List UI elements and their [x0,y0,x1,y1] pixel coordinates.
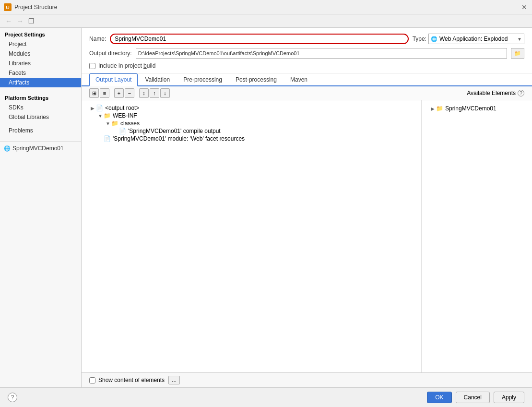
nav-bar: ← → ❐ [0,14,532,28]
web-inf-folder-icon: 📁 [104,112,111,119]
title-bar: IJ Project Structure ✕ [0,0,532,14]
include-build-row: Include in project build [89,62,524,69]
toolbar-btn-remove[interactable]: − [125,88,134,98]
artifact-main: ⊞ ≡ + − ↕ ↑ ↓ Available Elements ? [82,86,532,387]
compile-output-icon: 📄 [119,128,126,134]
sidebar-item-artifacts[interactable]: Artifacts [0,78,81,87]
output-root-label: <output root> [105,105,139,111]
tree-item-classes[interactable]: ▼ 📁 classes [82,120,421,127]
web-inf-arrow-icon: ▼ [97,113,104,119]
grid-icon: ⊞ [92,90,96,96]
artifact-settings: Name: Type: 🌐 Web Application: Exploded … [82,28,532,73]
type-select-icon: 🌐 [431,36,437,42]
output-layout-tree: ▶ 📄 <output root> ▼ 📁 WEB-INF [82,100,422,372]
down-icon: ↓ [164,90,166,96]
springmvc-label: SpringMVCDemo01 [445,105,497,112]
output-root-arrow-icon: ▶ [89,106,96,111]
name-label: Name: [89,36,106,42]
dots-button[interactable]: ... [168,376,180,384]
type-label: Type: [413,36,426,42]
web-facet-icon: 📄 [104,135,111,142]
web-facet-label: 'SpringMVCDemo01' module: 'Web' facet re… [113,135,245,142]
show-content-row: Show content of elements [89,377,165,383]
tab-pre-processing[interactable]: Pre-processing [177,73,228,85]
artifact-list-label: SpringMVCDemo01 [12,145,64,152]
copy-button[interactable]: ❐ [27,17,36,25]
type-wrapper: Type: 🌐 Web Application: Exploded ▼ [413,34,524,44]
available-header: Available Elements ? [467,90,524,96]
toolbar-btn-add[interactable]: + [114,88,124,98]
output-dir-row: Output directory: 📁 [89,48,524,59]
available-elements-panel: ▶ 📁 SpringMVCDemo01 [422,100,532,372]
split-area: ▶ 📄 <output root> ▼ 📁 WEB-INF [82,100,532,372]
tabs-bar: Output Layout Validation Pre-processing … [82,73,532,86]
back-button[interactable]: ← [4,17,13,25]
classes-label: classes [120,120,140,127]
type-select[interactable]: 🌐 Web Application: Exploded ▼ [428,34,524,44]
tree-item-output-root[interactable]: ▶ 📄 <output root> [82,104,421,112]
toolbar-btn-grid[interactable]: ⊞ [89,88,99,98]
footer: ? OK Cancel Apply [0,387,532,407]
include-build-checkbox[interactable] [89,63,95,69]
output-dir-label: Output directory: [89,50,132,57]
artifact-list-item[interactable]: 🌐 SpringMVCDemo01 [0,144,81,153]
type-select-arrow-icon: ▼ [517,36,522,42]
sidebar-item-sdks[interactable]: SDKs [0,103,81,112]
toolbar-btn-sort[interactable]: ↕ [139,88,149,98]
up-icon: ↑ [153,90,156,96]
sidebar-item-libraries[interactable]: Libraries [0,59,81,68]
classes-arrow-icon: ▼ [105,121,111,126]
footer-buttons: OK Cancel Apply [427,392,524,403]
available-elements-label: Available Elements [467,90,516,96]
springmvc-folder-icon: 📁 [436,105,443,112]
toolbar-btn-down[interactable]: ↓ [160,88,170,98]
show-content-checkbox[interactable] [89,377,95,383]
right-panel: Name: Type: 🌐 Web Application: Exploded … [82,28,532,387]
bottom-bar: Show content of elements ... [82,372,532,387]
sidebar-item-facets[interactable]: Facets [0,68,81,78]
sidebar-item-project[interactable]: Project [0,39,81,49]
output-root-icon: 📄 [96,105,103,111]
toolbar-btn-up[interactable]: ↑ [150,88,159,98]
tree-item-web-facet[interactable]: 📄 'SpringMVCDemo01' module: 'Web' facet … [82,135,421,143]
remove-icon: − [128,90,131,96]
sidebar-item-problems[interactable]: Problems [0,126,81,135]
browse-button[interactable]: 📁 [511,48,524,59]
tree-item-web-inf[interactable]: ▼ 📁 WEB-INF [82,112,421,120]
toolbar-btn-list[interactable]: ≡ [100,88,109,98]
tab-maven[interactable]: Maven [284,73,314,85]
main-content: Project Settings Project Modules Librari… [0,28,532,387]
springmvc-arrow-icon: ▶ [429,106,436,111]
sidebar-item-modules[interactable]: Modules [0,49,81,59]
sidebar-item-global-libraries[interactable]: Global Libraries [0,112,81,122]
available-help-icon[interactable]: ? [518,90,524,96]
window-title: Project Structure [14,4,57,11]
platform-settings-section: Platform Settings [0,91,81,103]
help-button[interactable]: ? [8,393,17,402]
browse-icon: 📁 [514,50,521,57]
name-input[interactable] [110,34,408,44]
add-icon: + [118,90,120,96]
include-build-label[interactable]: Include in project build [98,62,155,69]
type-select-value: Web Application: Exploded [439,36,508,42]
tree-item-compile-output[interactable]: 📄 'SpringMVCDemo01' compile output [82,127,421,135]
output-dir-input[interactable] [136,48,507,59]
close-button[interactable]: ✕ [520,4,528,11]
ok-button[interactable]: OK [427,392,451,403]
available-item-springmvc[interactable]: ▶ 📁 SpringMVCDemo01 [422,104,532,113]
tab-validation[interactable]: Validation [139,73,176,85]
forward-button[interactable]: → [15,17,25,25]
tab-output-layout[interactable]: Output Layout [89,73,138,86]
sidebar: Project Settings Project Modules Librari… [0,28,82,387]
name-row: Name: Type: 🌐 Web Application: Exploded … [89,34,524,44]
project-settings-section: Project Settings [0,28,81,39]
classes-folder-icon: 📁 [111,120,118,127]
web-inf-label: WEB-INF [113,112,137,119]
app-icon: IJ [4,3,12,11]
artifact-list-icon: 🌐 [4,145,11,152]
cancel-button[interactable]: Cancel [456,392,490,403]
show-content-label[interactable]: Show content of elements [98,377,165,383]
tab-post-processing[interactable]: Post-processing [229,73,283,85]
apply-button[interactable]: Apply [494,392,524,403]
compile-output-label: 'SpringMVCDemo01' compile output [128,128,221,134]
